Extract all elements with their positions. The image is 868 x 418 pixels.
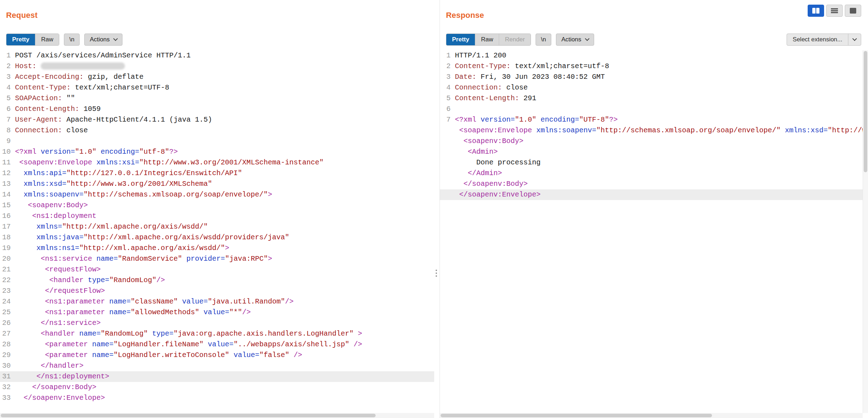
line-number <box>440 125 453 136</box>
side-by-side-layout-button[interactable] <box>808 5 824 17</box>
code-line[interactable]: 21 <requestFlow> <box>0 264 434 275</box>
code-line[interactable]: 4Connection: close <box>440 82 863 93</box>
panel-splitter[interactable] <box>434 0 440 418</box>
response-tab-render[interactable]: Render <box>499 34 531 45</box>
code-line[interactable]: 5Content-Length: 291 <box>440 93 863 104</box>
code-line[interactable]: 13 xmlns:xsd="http://www.w3.org/2001/XML… <box>0 179 434 189</box>
code-line[interactable]: 32 </soapenv:Body> <box>0 382 434 393</box>
code-line[interactable]: 1HTTP/1.1 200 <box>440 50 863 61</box>
code-line[interactable]: 18 xmlns:java="http://xml.apache.org/axi… <box>0 232 434 243</box>
code-line[interactable]: 16 <ns1:deployment <box>0 211 434 221</box>
code-text: <ns1:service name="RandomService" provid… <box>15 254 272 264</box>
response-editor[interactable]: 1HTTP/1.1 2002Content-Type: text/xml;cha… <box>440 50 863 413</box>
code-text: </handler> <box>15 361 84 371</box>
request-actions-label: Actions <box>90 36 110 43</box>
response-actions-button[interactable]: Actions <box>556 34 594 46</box>
code-line[interactable]: <Admin> <box>440 147 863 157</box>
code-line[interactable]: <soapenv:Envelope xmlns:soapenv="http://… <box>440 125 863 136</box>
code-text: <ns1:parameter name="className" value="j… <box>15 296 293 307</box>
code-line[interactable]: 27 <handler name="RandomLog" type="java:… <box>0 328 434 339</box>
response-tab-pretty[interactable]: Pretty <box>446 34 475 45</box>
line-number: 2 <box>0 61 13 72</box>
code-line[interactable]: 15 <soapenv:Body> <box>0 200 434 211</box>
code-line[interactable]: 29 <parameter name="LogHandler.writeToCo… <box>0 350 434 361</box>
line-number <box>440 136 453 147</box>
code-line[interactable]: 5SOAPAction: "" <box>0 93 434 104</box>
code-line[interactable]: 20 <ns1:service name="RandomService" pro… <box>0 254 434 264</box>
code-line[interactable]: 26 </ns1:service> <box>0 318 434 328</box>
code-line[interactable]: 19 xmlns:ns1="http://xml.apache.org/axis… <box>0 243 434 254</box>
code-text: Connection: close <box>15 125 88 136</box>
request-actions-button[interactable]: Actions <box>84 34 122 46</box>
line-number: 25 <box>0 307 13 318</box>
chevron-down-icon <box>852 36 857 41</box>
code-text: <handler type="RandomLog"/> <box>15 275 165 286</box>
redacted-host-value <box>41 62 125 70</box>
code-text: <handler name="RandomLog" type="java:org… <box>15 328 362 339</box>
code-line[interactable]: 6Content-Length: 1059 <box>0 104 434 114</box>
code-line[interactable]: 12 xmlns:api="http://127.0.0.1/Integrics… <box>0 168 434 179</box>
code-line[interactable]: 28 <parameter name="LogHandler.fileName"… <box>0 339 434 350</box>
code-line[interactable]: 30 </handler> <box>0 361 434 371</box>
scrollbar-thumb[interactable] <box>441 414 712 417</box>
line-number: 2 <box>440 61 453 72</box>
code-line[interactable]: 8Connection: close <box>0 125 434 136</box>
code-line[interactable]: 3Date: Fri, 30 Jun 2023 08:40:52 GMT <box>440 72 863 82</box>
response-horizontal-scrollbar[interactable] <box>440 413 863 418</box>
line-number: 26 <box>0 318 13 328</box>
code-line[interactable]: 10<?xml version="1.0" encoding="utf-8"?> <box>0 147 434 157</box>
response-actions-label: Actions <box>561 36 581 43</box>
code-line[interactable]: 14 xmlns:soapenv="http://schemas.xmlsoap… <box>0 189 434 200</box>
scrollbar-thumb[interactable] <box>864 51 867 172</box>
code-line[interactable]: 24 <ns1:parameter name="className" value… <box>0 296 434 307</box>
stacked-layout-button[interactable] <box>826 5 843 17</box>
rows-icon <box>830 7 839 14</box>
line-number <box>440 157 453 168</box>
response-view-tabs: Pretty Raw Render <box>446 34 531 46</box>
response-newline-toggle-button[interactable]: \n <box>536 34 551 46</box>
request-tab-raw[interactable]: Raw <box>35 34 59 45</box>
select-extension-dropdown[interactable]: Select extension... <box>787 34 861 46</box>
code-line[interactable]: </soapenv:Body> <box>440 179 863 189</box>
code-text: Content-Type: text/xml;charset=UTF-8 <box>15 82 169 93</box>
code-line[interactable]: </Admin> <box>440 168 863 179</box>
scrollbar-thumb[interactable] <box>1 414 376 417</box>
code-line[interactable]: 31 </ns1:deployment> <box>0 371 434 382</box>
single-panel-layout-button[interactable] <box>845 5 861 17</box>
code-line[interactable]: 6 <box>440 104 863 114</box>
code-line[interactable]: 7User-Agent: Apache-HttpClient/4.1.1 (ja… <box>0 114 434 125</box>
code-line[interactable]: 1POST /axis/services/AdminService HTTP/1… <box>0 50 434 61</box>
line-number: 31 <box>0 371 13 382</box>
code-line[interactable]: 7<?xml version="1.0" encoding="UTF-8"?> <box>440 114 863 125</box>
line-number: 22 <box>0 275 13 286</box>
request-tab-pretty[interactable]: Pretty <box>6 34 35 45</box>
line-number: 10 <box>0 147 13 157</box>
code-line[interactable]: 11 <soapenv:Envelope xmlns:xsi="http://w… <box>0 157 434 168</box>
request-newline-toggle-button[interactable]: \n <box>64 34 80 46</box>
code-line[interactable]: </soapenv:Envelope> <box>440 189 863 200</box>
chevron-down-icon <box>113 36 118 41</box>
request-editor[interactable]: 1POST /axis/services/AdminService HTTP/1… <box>0 50 434 413</box>
request-horizontal-scrollbar[interactable] <box>0 413 434 418</box>
select-extension-chevron[interactable] <box>848 34 861 45</box>
code-text: xmlns:java="http://xml.apache.org/axis/w… <box>15 232 289 243</box>
code-text: </soapenv:Body> <box>15 382 96 393</box>
code-line[interactable]: 2Host: <box>0 61 434 72</box>
code-line[interactable]: 2Content-Type: text/xml;charset=utf-8 <box>440 61 863 72</box>
code-line[interactable]: 33 </soapenv:Envelope> <box>0 393 434 403</box>
code-line[interactable]: 17 xmlns="http://xml.apache.org/axis/wsd… <box>0 221 434 232</box>
code-line[interactable]: 4Content-Type: text/xml;charset=UTF-8 <box>0 82 434 93</box>
code-line[interactable]: 23 </requestFlow> <box>0 286 434 296</box>
code-line[interactable]: 25 <ns1:parameter name="allowedMethods" … <box>0 307 434 318</box>
code-text: Content-Type: text/xml;charset=utf-8 <box>455 61 609 72</box>
response-tab-raw[interactable]: Raw <box>475 34 499 45</box>
code-line[interactable]: Done processing <box>440 157 863 168</box>
code-line[interactable]: 9 <box>0 136 434 147</box>
code-line[interactable]: 22 <handler type="RandomLog"/> <box>0 275 434 286</box>
line-number <box>440 168 453 179</box>
code-line[interactable]: <soapenv:Body> <box>440 136 863 147</box>
response-vertical-scrollbar[interactable] <box>863 50 868 413</box>
line-number: 1 <box>440 50 453 61</box>
request-tab-row: Pretty Raw \n Actions <box>6 34 122 46</box>
code-line[interactable]: 3Accept-Encoding: gzip, deflate <box>0 72 434 82</box>
